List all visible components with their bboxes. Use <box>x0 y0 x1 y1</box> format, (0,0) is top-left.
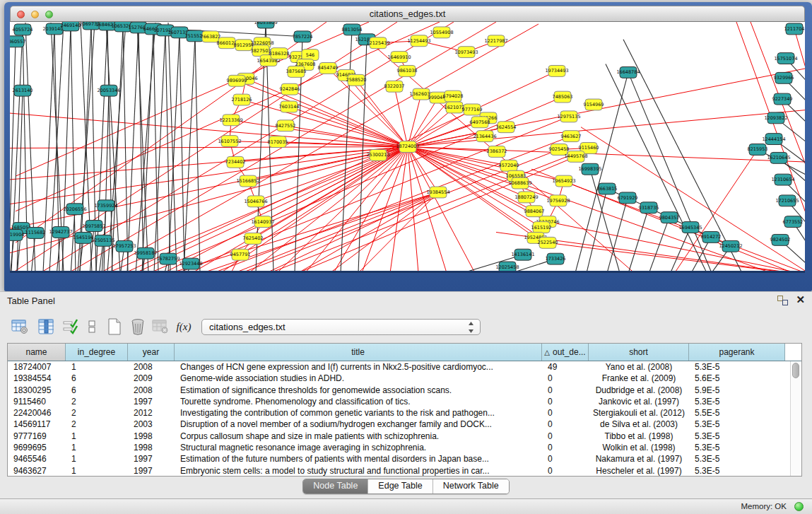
graph-node[interactable]: 21364436 <box>473 131 496 142</box>
graph-node[interactable]: 6773552 <box>783 216 804 228</box>
graph-node[interactable]: 12125439 <box>366 37 389 49</box>
table-cell[interactable]: 18300295 <box>8 385 66 396</box>
graph-node[interactable]: 2613140 <box>13 85 33 96</box>
graph-node[interactable]: 3919904 <box>10 229 24 240</box>
graph-edge[interactable] <box>586 189 607 271</box>
table-cell[interactable]: 0 <box>542 431 589 442</box>
graph-node[interactable]: 16053809 <box>254 22 277 28</box>
table-cell[interactable]: 1997 <box>128 396 175 407</box>
column-visibility-icon[interactable] <box>36 316 56 337</box>
table-cell[interactable]: 5.3E-5 <box>689 453 785 465</box>
table-cell[interactable]: Tourette syndrome. Phenomenology and cla… <box>175 396 542 407</box>
table-row[interactable]: 946554611997Estimation of the future num… <box>8 453 801 465</box>
table-cell[interactable]: 6 <box>66 385 128 396</box>
graph-node[interactable]: 7857224 <box>293 31 313 42</box>
table-cell[interactable]: Genome-wide association studies in ADHD. <box>175 373 542 384</box>
column-header-pagerank[interactable]: pagerank <box>689 344 785 361</box>
table-cell[interactable]: 22420046 <box>8 407 66 419</box>
new-column-icon[interactable] <box>105 316 124 337</box>
graph-edge[interactable] <box>669 228 690 271</box>
graph-node[interactable]: 12213369 <box>219 115 242 126</box>
graph-node[interactable]: 2588520 <box>346 74 367 86</box>
graph-node[interactable]: 1615192 <box>531 222 552 233</box>
graph-node[interactable]: 8813054 <box>342 24 363 35</box>
table-cell[interactable]: 2009 <box>128 373 175 384</box>
column-header-year[interactable]: year <box>128 344 175 361</box>
memory-status-indicator[interactable] <box>794 502 804 511</box>
graph-node[interactable]: 9318735 <box>639 202 659 214</box>
graph-node[interactable]: 15751074 <box>774 53 797 64</box>
graph-node[interactable]: 12025458 <box>495 262 519 271</box>
graph-node[interactable]: 16782759 <box>156 253 180 264</box>
graph-node[interactable]: 4055724 <box>13 24 33 35</box>
graph-node[interactable]: 3624554 <box>496 122 517 133</box>
graph-node[interactable]: 7485063 <box>553 91 573 103</box>
table-scrollbar-thumb[interactable] <box>792 363 799 378</box>
table-cell[interactable]: 0 <box>542 442 589 453</box>
graph-node[interactable]: 7603144 <box>279 101 300 112</box>
table-cell[interactable]: Wolkin et al. (1998) <box>589 442 689 453</box>
graph-node[interactable]: 9824502 <box>770 234 791 245</box>
graph-node[interactable]: 19384554 <box>426 187 449 198</box>
graph-node[interactable]: 14495768 <box>564 151 587 162</box>
graph-node[interactable]: 12093822 <box>764 112 787 124</box>
graph-node[interactable]: 8914272 <box>701 231 722 243</box>
table-cell[interactable]: 19384554 <box>8 373 66 384</box>
table-cell[interactable]: 0 <box>542 373 589 384</box>
table-cell[interactable]: 2012 <box>128 407 175 419</box>
network-window-titlebar[interactable]: citations_edges.txt <box>10 6 805 22</box>
function-builder-icon[interactable]: f(x) <box>174 316 194 337</box>
table-cell[interactable]: 2 <box>66 419 128 430</box>
table-cell[interactable]: 1 <box>66 431 128 442</box>
network-canvas[interactable]: 4055724986055720391406246914020697374168… <box>10 22 805 273</box>
graph-node[interactable]: 25300213 <box>366 149 389 160</box>
close-panel-icon[interactable]: ✕ <box>796 293 805 306</box>
tab-node-table[interactable]: Node Table <box>303 479 368 493</box>
table-cell[interactable]: 2008 <box>128 361 175 373</box>
table-cell[interactable]: 1 <box>66 442 128 453</box>
graph-edge[interactable] <box>330 192 438 271</box>
table-row[interactable]: 1830029562008Estimation of significance … <box>8 385 801 396</box>
column-header-in_degree[interactable]: in_degree <box>66 344 128 361</box>
graph-node[interactable]: 8454749 <box>318 63 339 74</box>
table-cell[interactable]: 2003 <box>128 419 175 430</box>
graph-node[interactable]: 7234402 <box>225 156 246 168</box>
graph-node[interactable]: 17957253 <box>112 240 136 252</box>
graph-node[interactable]: 1115682 <box>25 228 46 239</box>
graph-node[interactable]: 9242846 <box>280 83 300 95</box>
table-row[interactable]: 911546021997Tourette syndrome. Phenomeno… <box>8 396 801 407</box>
table-scrollbar[interactable] <box>790 361 801 476</box>
table-cell[interactable]: 5.3E-5 <box>689 361 785 373</box>
graph-edge[interactable] <box>10 146 408 148</box>
row-height-icon[interactable] <box>82 316 102 337</box>
table-cell[interactable]: 1998 <box>128 431 175 442</box>
table-row[interactable]: 969969511998Structural magnetic resonanc… <box>8 442 801 453</box>
table-cell[interactable]: Estimation of the future numbers of pati… <box>175 453 542 465</box>
graph-node[interactable]: 8215953 <box>748 144 768 156</box>
table-cell[interactable]: 2008 <box>128 385 175 396</box>
table-cell[interactable]: 0 <box>542 385 589 396</box>
graph-node[interactable]: 10973493 <box>454 47 478 58</box>
graph-node[interactable]: 12923448 <box>179 258 202 269</box>
table-cell[interactable]: Embryonic stem cells: a model to study s… <box>175 465 542 476</box>
table-cell[interactable]: 49 <box>542 361 589 373</box>
table-row[interactable]: 946362711997Embryonic stem cells: a mode… <box>8 465 801 476</box>
table-cell[interactable]: Changes of HCN gene expression and I(f) … <box>175 361 542 373</box>
table-cell[interactable]: 5.5E-5 <box>689 407 785 419</box>
graph-node[interactable]: 16140937 <box>251 216 274 228</box>
table-cell[interactable]: 1997 <box>128 465 175 476</box>
graph-node[interactable]: 15046766 <box>244 196 267 207</box>
table-cell[interactable]: 9699695 <box>8 442 66 453</box>
graph-node[interactable]: 16648784 <box>616 66 640 78</box>
table-cell[interactable]: Investigating the contribution of common… <box>175 407 542 419</box>
table-cell[interactable]: 5.3E-5 <box>689 419 785 430</box>
graph-node[interactable]: 9804357 <box>659 212 680 223</box>
graph-node[interactable]: 6791929 <box>618 192 638 204</box>
table-settings-icon[interactable] <box>10 316 30 337</box>
graph-edge[interactable] <box>180 33 184 271</box>
graph-node[interactable]: 7625402 <box>243 233 264 244</box>
table-cell[interactable]: 0 <box>542 465 589 476</box>
graph-node[interactable]: 8170035 <box>268 136 288 148</box>
table-cell[interactable]: 1 <box>66 361 128 373</box>
graph-node[interactable]: 10554908 <box>430 27 453 38</box>
